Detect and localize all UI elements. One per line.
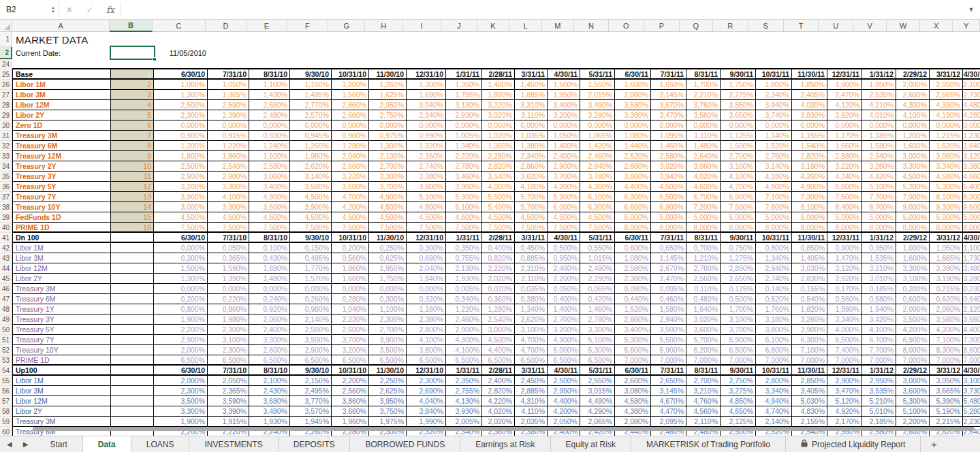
cell-G36[interactable]: 3,600% [332,182,369,192]
cell-O37[interactable]: 6,300% [615,192,651,202]
column-header-A[interactable]: A [12,20,110,32]
cell-I57[interactable]: 4,040% [407,396,446,406]
cell-C52[interactable]: 2,000% [154,345,208,355]
cell-L40[interactable]: 7,500% [515,223,548,233]
cell-M27[interactable]: 1,950% [548,90,580,100]
cell-H44[interactable]: 1,950% [369,263,407,274]
cell-F48[interactable]: 0,980% [290,304,332,314]
cell-K59[interactable]: 2,020% [482,417,515,427]
cell-A28[interactable]: Libor 12M [12,100,111,110]
cell-B32[interactable]: 8 [111,141,154,151]
cell-Q30[interactable]: 0,000% [686,120,721,131]
cell-X36[interactable]: 5,300% [930,182,963,192]
cell-I53[interactable]: 6,500% [407,355,446,366]
row-header-52[interactable]: 52 [0,345,12,355]
cell-V52[interactable]: 7,700% [862,345,896,355]
cell-T45[interactable]: 2,830% [792,274,827,284]
cell-J47[interactable]: 0,340% [446,294,482,304]
cell-D29[interactable]: 2,390% [208,110,249,120]
cell-J58[interactable]: 3,930% [446,406,482,417]
cell-E27[interactable]: 1,430% [249,90,290,100]
cell-E30[interactable]: 0,000% [249,120,290,131]
cell-P55[interactable]: 2,650% [651,376,686,386]
row-header-27[interactable]: 27 [0,90,12,100]
cell-T57[interactable]: 5,030% [792,396,827,406]
cell-I46[interactable]: 0,000% [407,284,446,294]
cell-N35[interactable]: 3,780% [580,172,615,182]
cell-X33[interactable]: 3,060% [930,151,963,161]
cell-O48[interactable]: 1,520% [615,304,651,314]
cell-B41[interactable] [111,233,154,243]
cell-V45[interactable]: 3,010% [862,274,896,284]
cell-U51[interactable]: 6,500% [827,335,862,345]
row-header-46[interactable]: 46 [0,284,12,294]
cell-U53[interactable]: 7,000% [827,355,862,366]
column-header-E[interactable]: E [247,20,287,32]
cell-G26[interactable]: 1,200% [332,80,369,90]
cell-N43[interactable]: 1,015% [580,253,615,263]
cell-W55[interactable]: 3,000% [896,376,930,386]
cell-X46[interactable]: 0,215% [930,284,963,294]
cell-V25[interactable]: 1/31/12 [862,69,896,80]
cell-T53[interactable]: 7,000% [792,355,827,366]
cell-C51[interactable]: 2,900% [154,335,208,345]
cell-G27[interactable]: 1,560% [332,90,369,100]
cell-M47[interactable]: 0,400% [548,294,580,304]
cell-M32[interactable]: 1,400% [548,141,580,151]
cell-D39[interactable]: 4,500% [208,212,249,223]
cell-N29[interactable]: 3,290% [580,110,615,120]
cell-L48[interactable]: 1,340% [515,304,548,314]
cell-R42[interactable]: 0,750% [721,243,756,253]
cell-Q28[interactable]: 3,760% [686,100,721,110]
add-sheet-button[interactable]: + [921,436,947,452]
cell-I26[interactable]: 1,300% [407,80,446,90]
cell-P43[interactable]: 1,145% [651,253,686,263]
cell-V58[interactable]: 5,010% [862,406,896,417]
cell-U47[interactable]: 0,560% [827,294,862,304]
cell-M48[interactable]: 1,400% [548,304,580,314]
cell-Q59[interactable]: 2,110% [686,417,721,427]
cell-U43[interactable]: 1,470% [827,253,862,263]
cell-F32[interactable]: 1,260% [290,141,332,151]
cell-R25[interactable]: 9/30/11 [721,69,756,80]
cell-J52[interactable]: 4,100% [446,345,482,355]
cell-A51[interactable]: Treasury 7Y [12,335,111,345]
cell-J34[interactable]: 2,780% [446,161,482,172]
cell-C56[interactable]: 2,300% [154,386,208,396]
cell-N52[interactable]: 5,300% [580,345,615,355]
cell-Y27[interactable]: 2,730% [963,90,980,100]
cell-Q40[interactable]: 8,000% [686,223,721,233]
column-header-N[interactable]: N [574,20,608,32]
cell-M50[interactable]: 3,200% [548,325,580,335]
cell-C48[interactable]: 0,800% [154,304,208,314]
cell-A37[interactable]: Treasury 7Y [12,192,111,202]
cell-H52[interactable]: 3,500% [369,345,407,355]
cell-K39[interactable]: 4,500% [482,212,515,223]
cell-R59[interactable]: 2,125% [721,417,756,427]
cell-A47[interactable]: Treasury 6M [12,294,111,304]
cell-Y55[interactable]: 3,100% [963,376,980,386]
cell-H45[interactable]: 1,750% [369,274,407,284]
cell-L25[interactable]: 3/31/11 [515,69,548,80]
cell-A55[interactable]: Libor 1M [12,376,111,386]
cell-L52[interactable]: 4,700% [515,345,548,355]
cell-Y45[interactable]: 3,280% [963,274,980,284]
cell-P38[interactable]: 6,900% [651,202,686,212]
cell-L46[interactable]: 0,035% [515,284,548,294]
cell-L37[interactable]: 5,700% [515,192,548,202]
row-header-43[interactable]: 43 [0,253,12,263]
cell-H38[interactable]: 4,500% [369,202,407,212]
cell-K40[interactable]: 7,500% [482,223,515,233]
cell-J26[interactable]: 1,350% [446,80,482,90]
cell-G50[interactable]: 2,600% [332,325,369,335]
cell-Q48[interactable]: 1,640% [686,304,721,314]
cell-A59[interactable]: Treasury 3M [12,417,111,427]
cell-P44[interactable]: 2,670% [651,263,686,274]
cell-C47[interactable]: 0,200% [154,294,208,304]
cell-W41[interactable]: 2/29/12 [896,233,930,243]
cell-V26[interactable]: 1,950% [862,80,896,90]
cell-M54[interactable]: 4/30/11 [548,366,580,376]
cell-T49[interactable]: 3,260% [792,314,827,325]
cell-H39[interactable]: 4,500% [369,212,407,223]
cell-K44[interactable]: 2,220% [482,263,515,274]
